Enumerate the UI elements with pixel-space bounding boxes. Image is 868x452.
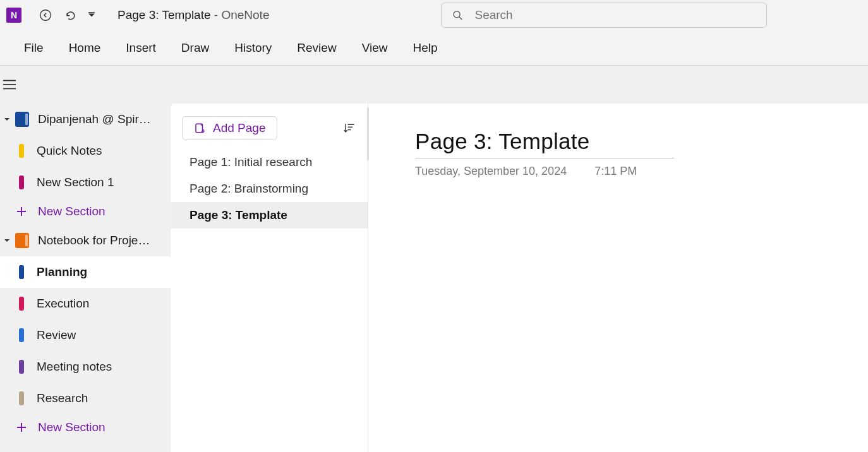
search-input[interactable] (474, 8, 756, 22)
search-icon (452, 9, 463, 21)
ribbon-tab-insert[interactable]: Insert (113, 30, 169, 65)
new-section-label: New Section (38, 420, 105, 434)
section-label: Planning (37, 265, 87, 279)
new-section-label: New Section (38, 205, 105, 218)
page-time[interactable]: 7:11 PM (594, 165, 637, 178)
section-item[interactable]: Quick Notes (0, 135, 171, 167)
plus-icon (16, 422, 27, 432)
page-date[interactable]: Tuesday, September 10, 2024 (415, 165, 567, 178)
section-item[interactable]: Review (0, 319, 171, 351)
section-item[interactable]: Meeting notes (0, 351, 171, 383)
svg-point-2 (454, 11, 460, 18)
search-box[interactable] (441, 3, 767, 28)
ribbon-tab-review[interactable]: Review (284, 30, 349, 65)
page-item[interactable]: Page 2: Brainstorming (171, 175, 368, 202)
section-color-tab (19, 144, 24, 158)
section-item[interactable]: New Section 1 (0, 167, 171, 198)
ribbon-tab-draw[interactable]: Draw (169, 30, 222, 65)
ribbon-tab-history[interactable]: History (222, 30, 284, 65)
pages-panel: Add Page Page 1: Initial researchPage 2:… (171, 104, 368, 452)
notebook-item[interactable]: Notebook for Project A (0, 225, 171, 256)
chevron-down-icon (3, 116, 11, 122)
nav-toggle-row (0, 66, 868, 104)
notebook-item[interactable]: Dipanjenah @ Spiral... (0, 104, 171, 135)
ribbon-tab-file[interactable]: File (11, 30, 56, 65)
window-title-app: - OneNote (211, 8, 270, 21)
app-icon: N (6, 8, 21, 23)
section-color-tab (19, 328, 24, 342)
section-color-tab (19, 391, 24, 405)
ribbon-tab-home[interactable]: Home (56, 30, 114, 65)
page-metadata: Tuesday, September 10, 2024 7:11 PM (415, 165, 868, 178)
section-label: Quick Notes (37, 144, 102, 158)
add-page-button[interactable]: Add Page (182, 116, 277, 140)
section-color-tab (19, 265, 24, 279)
main-area: Dipanjenah @ Spiral... Quick Notes New S… (0, 104, 868, 452)
sort-icon (343, 122, 356, 134)
section-label: Research (37, 391, 88, 405)
section-label: Meeting notes (37, 360, 112, 374)
page-title[interactable]: Page 3: Template (415, 129, 674, 158)
notebook-label: Dipanjenah @ Spiral... (38, 112, 152, 126)
back-button[interactable] (33, 3, 58, 28)
svg-point-0 (40, 10, 51, 21)
titlebar: N Page 3: Template - OneNote (0, 0, 868, 30)
panel-resize-handle[interactable] (365, 104, 369, 452)
add-page-icon (194, 122, 205, 134)
notebook-icon (15, 233, 29, 248)
pages-toolbar: Add Page (171, 116, 368, 149)
svg-rect-1 (88, 12, 95, 13)
section-color-tab (19, 297, 24, 311)
page-item[interactable]: Page 3: Template (171, 202, 368, 229)
new-section-button[interactable]: New Section (0, 198, 171, 225)
notebook-panel: Dipanjenah @ Spiral... Quick Notes New S… (0, 104, 171, 452)
undo-button[interactable] (58, 3, 83, 28)
section-item[interactable]: Planning (0, 256, 171, 288)
page-item[interactable]: Page 1: Initial research (171, 149, 368, 175)
plus-icon (16, 206, 27, 217)
window-title-page: Page 3: Template (118, 8, 211, 21)
notebook-icon (15, 112, 29, 127)
ribbon-tab-help[interactable]: Help (400, 30, 450, 65)
section-item[interactable]: Execution (0, 288, 171, 319)
ribbon: FileHomeInsertDrawHistoryReviewViewHelp (0, 30, 868, 66)
section-label: Execution (37, 297, 89, 311)
section-color-tab (19, 360, 24, 374)
new-section-button[interactable]: New Section (0, 414, 171, 441)
svg-line-3 (459, 17, 462, 20)
nav-toggle-button[interactable] (1, 72, 18, 97)
page-content[interactable]: Page 3: Template Tuesday, September 10, … (368, 104, 868, 452)
sort-pages-button[interactable] (340, 119, 359, 138)
section-color-tab (19, 175, 24, 189)
add-page-label: Add Page (213, 121, 265, 135)
section-label: New Section 1 (37, 175, 114, 189)
notebook-label: Notebook for Project A (38, 234, 152, 247)
chevron-down-icon (3, 237, 11, 244)
customize-quick-access-button[interactable] (83, 3, 100, 28)
section-item[interactable]: Research (0, 383, 171, 414)
window-title: Page 3: Template - OneNote (118, 8, 269, 22)
ribbon-tab-view[interactable]: View (349, 30, 401, 65)
section-label: Review (37, 328, 76, 342)
